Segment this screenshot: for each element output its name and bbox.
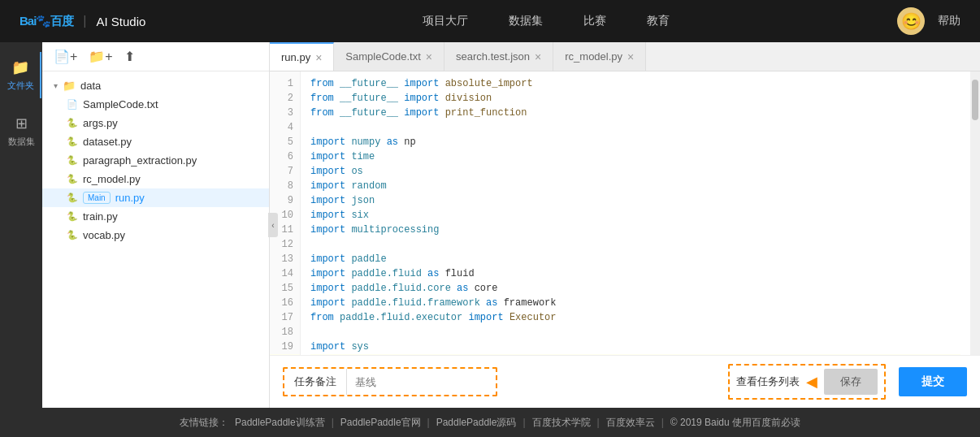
scrollbar-thumb[interactable] xyxy=(972,80,978,120)
file-tree-toolbar: 📄+ 📁+ ⬆ xyxy=(42,42,269,71)
folder-icon: 📁 xyxy=(11,58,29,76)
code-line: import random xyxy=(310,179,960,193)
main-content: 📁 文件夹 ⊞ 数据集 📄+ 📁+ ⬆ ▾ 📁 data 📄 SampleCod… xyxy=(0,42,980,408)
action-section: 查看任务列表 ◀ 保存 xyxy=(728,364,886,400)
list-item[interactable]: 🐍 args.py xyxy=(42,114,269,132)
list-item[interactable]: 📄 SampleCode.txt xyxy=(42,95,269,114)
upload-icon[interactable]: ⬆ xyxy=(124,49,135,64)
new-file-icon[interactable]: 📄+ xyxy=(54,49,77,64)
code-line: import multiprocessing xyxy=(310,223,960,237)
close-icon[interactable]: × xyxy=(535,50,541,63)
file-name: dataset.py xyxy=(83,136,132,148)
list-item[interactable]: 🐍 paragraph_extraction.py xyxy=(42,151,269,170)
footer-link[interactable]: PaddlePaddle源码 xyxy=(436,416,517,430)
code-line: from __future__ import print_function xyxy=(310,106,960,120)
vertical-scrollbar[interactable] xyxy=(970,71,980,355)
code-line: import paddle.fluid.framework as framewo… xyxy=(310,296,960,310)
list-item-active[interactable]: 🐍 Main run.py xyxy=(42,188,269,207)
tab-search-json[interactable]: search.test.json × xyxy=(444,42,553,71)
save-button[interactable]: 保存 xyxy=(824,369,878,395)
code-line: import six xyxy=(310,208,960,223)
code-line xyxy=(310,120,960,135)
file-name: paragraph_extraction.py xyxy=(83,154,197,167)
baseline-input[interactable] xyxy=(347,369,497,395)
view-tasks-button[interactable]: 查看任务列表 xyxy=(736,374,800,389)
chevron-down-icon: ▾ xyxy=(54,81,58,90)
code-line: import os xyxy=(310,164,960,179)
root-folder-name: data xyxy=(80,80,101,92)
nav-competition[interactable]: 比赛 xyxy=(583,14,606,28)
avatar[interactable]: 😊 xyxy=(897,7,925,35)
footer: 友情链接： PaddlePaddle训练营 | PaddlePaddle官网 |… xyxy=(0,408,980,437)
code-line xyxy=(310,237,960,252)
code-line: import paddle.fluid as fluid xyxy=(310,266,960,281)
footer-link[interactable]: 百度技术学院 xyxy=(532,416,591,430)
footer-copyright: © 2019 Baidu 使用百度前必读 xyxy=(670,416,800,430)
tab-label: run.py xyxy=(281,51,310,63)
root-folder[interactable]: ▾ 📁 data xyxy=(42,76,269,95)
footer-separator: | xyxy=(597,417,600,428)
bottom-toolbar: 任务备注 查看任务列表 ◀ 保存 提交 xyxy=(270,355,980,408)
close-icon[interactable]: × xyxy=(627,50,634,63)
logo-area: Bai🐾百度 | AI Studio xyxy=(20,14,145,29)
new-folder-icon[interactable]: 📁+ xyxy=(89,49,112,64)
sidebar-icons: 📁 文件夹 ⊞ 数据集 xyxy=(0,42,42,408)
header-nav: 项目大厅 数据集 比赛 教育 xyxy=(194,14,897,28)
file-name: rc_model.py xyxy=(83,173,141,185)
footer-separator: | xyxy=(427,417,430,428)
files-label: 文件夹 xyxy=(7,80,34,92)
file-tree: 📄+ 📁+ ⬆ ▾ 📁 data 📄 SampleCode.txt 🐍 args… xyxy=(42,42,270,408)
collapse-panel-button[interactable]: ‹ xyxy=(268,213,278,237)
sidebar-item-files[interactable]: 📁 文件夹 xyxy=(1,52,41,98)
nav-education[interactable]: 教育 xyxy=(647,14,670,28)
code-editor[interactable]: 1 2 3 4 5 6 7 8 9 10 11 12 13 14 15 16 1… xyxy=(270,71,980,355)
file-icon: 🐍 xyxy=(67,118,78,128)
arrow-right-icon: ◀ xyxy=(806,373,817,391)
tab-samplecode[interactable]: SampleCode.txt × xyxy=(334,42,444,71)
file-icon: 📄 xyxy=(67,99,78,110)
file-icon: 🐍 xyxy=(67,193,78,203)
file-name: vocab.py xyxy=(83,229,125,241)
help-button[interactable]: 帮助 xyxy=(938,14,960,28)
footer-separator: | xyxy=(523,417,525,428)
ai-studio-label: AI Studio xyxy=(97,15,146,28)
submit-button[interactable]: 提交 xyxy=(899,367,967,396)
tab-label: search.test.json xyxy=(456,50,530,63)
sidebar-item-datasets[interactable]: ⊞ 数据集 xyxy=(1,108,41,154)
code-line: import numpy as np xyxy=(310,135,960,149)
code-content[interactable]: from __future__ import absolute_import f… xyxy=(301,71,970,355)
file-icon: 🐍 xyxy=(67,155,78,166)
baidu-logo: Bai🐾百度 xyxy=(20,14,73,29)
footer-link[interactable]: PaddlePaddle训练营 xyxy=(235,416,325,430)
code-line: from __future__ import absolute_import xyxy=(310,76,960,91)
file-name-active: run.py xyxy=(115,192,145,204)
footer-link[interactable]: 百度效率云 xyxy=(606,416,655,430)
nav-projects[interactable]: 项目大厅 xyxy=(423,14,468,28)
datasets-icon: ⊞ xyxy=(15,115,28,132)
task-input-section: 任务备注 xyxy=(283,367,497,396)
logo-separator: | xyxy=(83,14,86,28)
code-line: import paddle.fluid.core as core xyxy=(310,281,960,296)
footer-separator: | xyxy=(332,417,334,428)
tab-rc-model[interactable]: rc_model.py × xyxy=(553,42,646,71)
task-note-label: 任务备注 xyxy=(284,369,347,395)
footer-link[interactable]: PaddlePaddle官网 xyxy=(340,416,421,430)
code-line: import paddle xyxy=(310,252,960,266)
list-item[interactable]: 🐍 dataset.py xyxy=(42,132,269,151)
footer-separator: | xyxy=(661,417,664,428)
file-icon: 🐍 xyxy=(67,211,78,222)
datasets-label: 数据集 xyxy=(8,136,35,148)
list-item[interactable]: 🐍 vocab.py xyxy=(42,226,269,244)
close-icon[interactable]: × xyxy=(315,52,322,63)
list-item[interactable]: 🐍 train.py xyxy=(42,207,269,226)
code-line: from paddle.fluid.executor import Execut… xyxy=(310,310,960,325)
file-name: SampleCode.txt xyxy=(83,98,158,110)
list-item[interactable]: 🐍 rc_model.py xyxy=(42,170,269,188)
close-icon[interactable]: × xyxy=(426,50,432,63)
code-line: import json xyxy=(310,193,960,208)
tab-run-py[interactable]: run.py × xyxy=(270,42,334,71)
code-line: import time xyxy=(310,149,960,164)
nav-datasets[interactable]: 数据集 xyxy=(509,14,543,28)
file-name: train.py xyxy=(83,210,118,223)
file-icon: 🐍 xyxy=(67,174,78,184)
